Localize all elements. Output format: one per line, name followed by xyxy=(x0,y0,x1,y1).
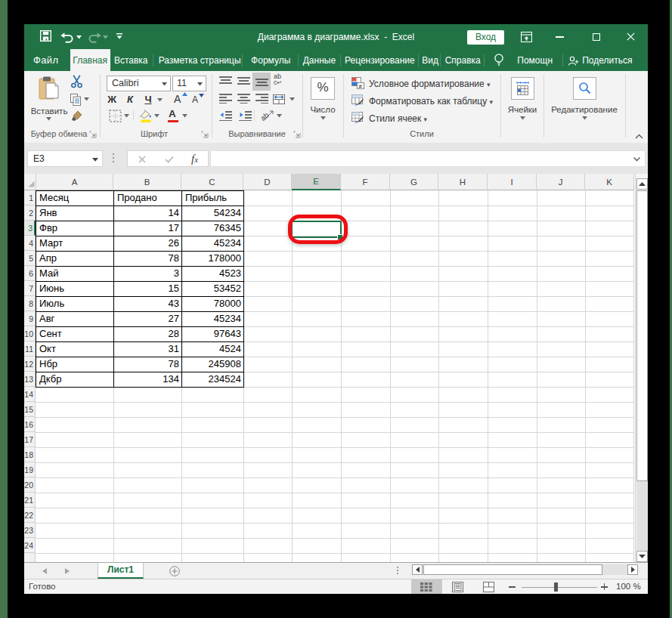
svg-text:ab: ab xyxy=(262,110,271,122)
svg-text:≠: ≠ xyxy=(359,83,363,90)
